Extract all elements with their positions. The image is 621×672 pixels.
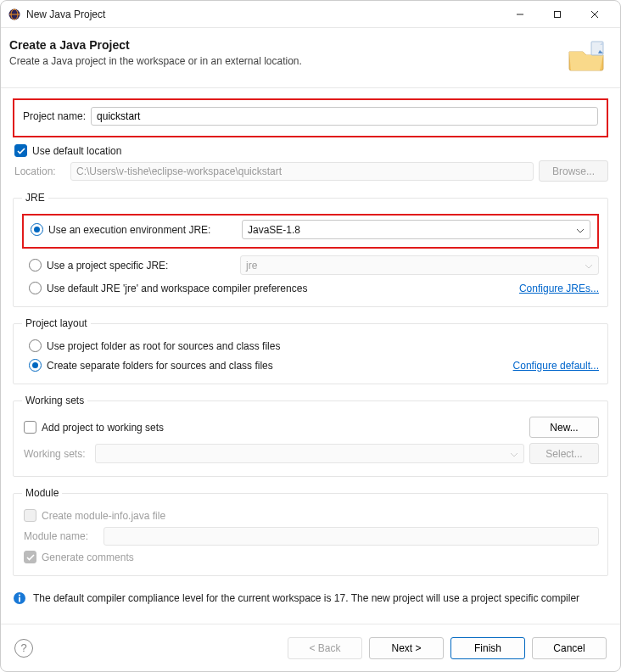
new-working-set-button[interactable]: New...	[529, 417, 599, 438]
exec-env-radio[interactable]	[31, 223, 43, 236]
wizard-footer: ? < Back Next > Finish Cancel	[1, 624, 620, 671]
layout-separate-radio[interactable]	[29, 359, 42, 372]
back-button: < Back	[288, 637, 362, 659]
module-name-label: Module name:	[24, 530, 98, 542]
maximize-button[interactable]	[539, 3, 576, 26]
svg-point-5	[19, 594, 20, 596]
jre-legend: JRE	[22, 192, 48, 204]
project-specific-value: jre	[246, 260, 257, 272]
location-label: Location:	[14, 165, 65, 177]
project-specific-select: jre	[240, 255, 599, 275]
project-name-input[interactable]	[91, 107, 598, 126]
chevron-down-icon	[576, 224, 585, 236]
project-specific-radio[interactable]	[29, 259, 42, 272]
exec-env-value: JavaSE-1.8	[248, 224, 300, 236]
chevron-down-icon	[510, 448, 518, 460]
layout-legend: Project layout	[22, 317, 91, 329]
layout-root-label: Use project folder as root for sources a…	[47, 340, 280, 352]
default-jre-radio[interactable]	[29, 282, 42, 294]
default-jre-label: Use default JRE 'jre' and workspace comp…	[47, 283, 307, 294]
info-message: The default compiler compliance level fo…	[1, 581, 620, 616]
add-working-sets-label: Add project to working sets	[42, 422, 164, 434]
use-default-location-label: Use default location	[32, 145, 121, 157]
help-button[interactable]: ?	[14, 639, 33, 658]
window-title: New Java Project	[26, 8, 105, 20]
info-icon	[13, 591, 26, 605]
titlebar: New Java Project	[1, 1, 620, 28]
working-sets-group: Working sets Add project to working sets…	[13, 395, 608, 477]
jre-highlight: Use an execution environment JRE: JavaSE…	[22, 214, 599, 249]
configure-default-link[interactable]: Configure default...	[513, 360, 599, 372]
working-sets-label: Working sets:	[24, 448, 90, 460]
project-name-highlight: Project name:	[13, 98, 608, 137]
working-sets-legend: Working sets	[22, 395, 87, 406]
generate-comments-label: Generate comments	[42, 552, 134, 563]
exec-env-select[interactable]: JavaSE-1.8	[242, 220, 590, 239]
create-module-info-label: Create module-info.java file	[42, 510, 165, 522]
location-input	[70, 162, 534, 181]
chevron-down-icon	[585, 260, 593, 272]
finish-button[interactable]: Finish	[450, 637, 525, 659]
use-default-location-checkbox[interactable]	[14, 144, 27, 157]
svg-rect-2	[555, 11, 561, 17]
cancel-button[interactable]: Cancel	[532, 637, 607, 659]
folder-icon	[566, 38, 607, 74]
layout-separate-label: Create separate folders for sources and …	[47, 360, 273, 372]
working-sets-select	[95, 444, 524, 463]
wizard-header: Create a Java Project Create a Java proj…	[1, 28, 620, 88]
project-name-label: Project name:	[23, 110, 86, 122]
svg-rect-6	[19, 597, 20, 602]
generate-comments-checkbox	[24, 551, 36, 563]
page-title: Create a Java Project	[9, 38, 302, 52]
exec-env-label: Use an execution environment JRE:	[48, 224, 237, 236]
browse-button: Browse...	[539, 160, 608, 182]
layout-root-radio[interactable]	[29, 339, 42, 352]
create-module-info-checkbox	[24, 509, 36, 522]
page-subtitle: Create a Java project in the workspace o…	[9, 55, 302, 67]
project-specific-label: Use a project specific JRE:	[47, 260, 235, 272]
eclipse-icon	[8, 8, 21, 21]
close-button[interactable]	[576, 3, 613, 26]
project-layout-group: Project layout Use project folder as roo…	[13, 317, 608, 384]
configure-jres-link[interactable]: Configure JREs...	[519, 283, 599, 294]
minimize-button[interactable]	[501, 3, 539, 26]
module-group: Module Create module-info.java file Modu…	[13, 487, 608, 576]
info-text: The default compiler compliance level fo…	[33, 591, 579, 606]
jre-group: JRE Use an execution environment JRE: Ja…	[13, 192, 608, 307]
module-legend: Module	[22, 487, 62, 499]
add-working-sets-checkbox[interactable]	[24, 421, 36, 434]
module-name-input	[104, 527, 599, 546]
select-working-set-button: Select...	[529, 443, 599, 464]
next-button[interactable]: Next >	[369, 637, 444, 659]
